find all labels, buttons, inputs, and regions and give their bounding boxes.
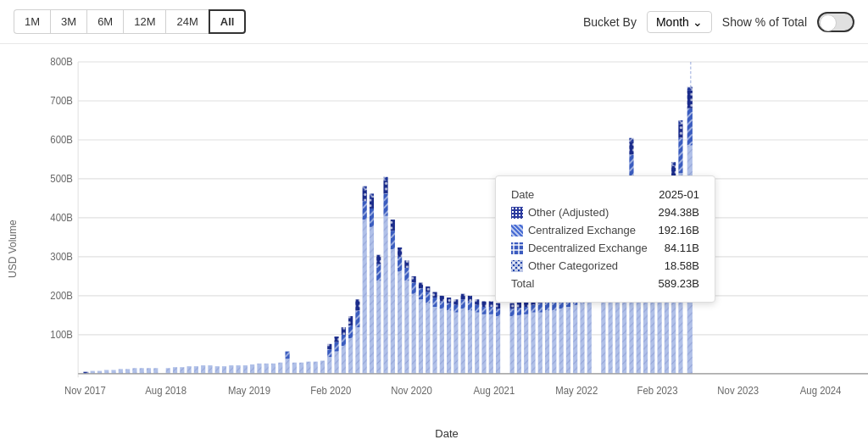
tooltip-cex-value: 192.16B	[659, 224, 699, 236]
svg-rect-134	[453, 299, 458, 305]
svg-rect-60	[229, 365, 233, 374]
svg-rect-147	[489, 314, 493, 374]
svg-rect-103	[383, 181, 387, 193]
other-adj-legend-dot	[511, 207, 523, 219]
svg-rect-100	[376, 255, 381, 264]
svg-rect-47	[132, 368, 136, 374]
svg-rect-114	[412, 294, 416, 374]
svg-rect-54	[187, 366, 192, 374]
svg-rect-112	[404, 268, 409, 281]
other-cat-legend-dot	[511, 260, 523, 272]
svg-rect-73	[314, 362, 318, 374]
svg-rect-86	[348, 316, 353, 325]
svg-rect-62	[243, 365, 248, 374]
svg-rect-90	[363, 220, 367, 374]
svg-rect-144	[481, 314, 486, 374]
svg-rect-84	[348, 338, 353, 374]
svg-rect-49	[147, 368, 151, 374]
svg-rect-55	[194, 366, 198, 374]
svg-text:200B: 200B	[50, 290, 73, 301]
filter-all[interactable]: All	[209, 9, 247, 34]
svg-rect-183	[580, 303, 584, 374]
svg-rect-85	[348, 325, 353, 338]
svg-rect-142	[475, 305, 479, 313]
show-pct-label: Show % of Total	[722, 15, 807, 29]
svg-rect-151	[496, 309, 500, 316]
svg-rect-155	[510, 303, 515, 309]
svg-rect-204	[629, 138, 633, 142]
filter-1m[interactable]: 1M	[14, 9, 50, 34]
svg-rect-126	[440, 309, 444, 374]
svg-rect-157	[517, 308, 521, 315]
svg-text:600B: 600B	[50, 134, 73, 145]
svg-rect-63	[250, 364, 254, 374]
svg-text:Aug 2024: Aug 2024	[800, 385, 842, 396]
svg-text:Aug 2018: Aug 2018	[145, 385, 186, 396]
tooltip-date-label: Date	[511, 188, 534, 201]
toolbar: 1M 3M 6M 12M 24M All Bucket By Month ⌄ S…	[0, 0, 868, 44]
svg-rect-203	[629, 142, 633, 154]
tooltip-date-value: 2025-01	[659, 188, 699, 201]
svg-rect-132	[453, 313, 458, 374]
svg-rect-111	[404, 281, 409, 374]
svg-rect-104	[383, 177, 387, 181]
svg-rect-136	[461, 299, 465, 309]
svg-text:500B: 500B	[50, 173, 73, 184]
svg-rect-177	[566, 307, 570, 374]
svg-rect-94	[370, 227, 374, 374]
chart-inner: 800B 700B 600B 500B 400B 300B 200B 100B …	[25, 53, 868, 445]
svg-rect-46	[125, 369, 130, 373]
svg-rect-43	[104, 370, 108, 373]
chart-container: 1M 3M 6M 12M 24M All Bucket By Month ⌄ S…	[0, 0, 868, 445]
svg-text:100B: 100B	[50, 329, 73, 340]
svg-text:300B: 300B	[50, 251, 73, 262]
svg-rect-195	[615, 292, 620, 374]
data-tooltip: Date 2025-01 Other (Adjusted) 294.38B	[495, 175, 715, 303]
svg-rect-118	[419, 288, 423, 299]
svg-rect-68	[285, 359, 289, 374]
svg-rect-113	[404, 260, 409, 268]
dex-legend-dot	[511, 242, 523, 254]
month-selector[interactable]: Month ⌄	[647, 11, 712, 33]
svg-rect-115	[412, 283, 416, 294]
svg-rect-159	[524, 314, 528, 374]
svg-rect-96	[370, 197, 374, 209]
cex-legend-dot	[511, 225, 523, 236]
svg-rect-65	[264, 364, 269, 374]
svg-rect-51	[166, 368, 170, 374]
svg-rect-102	[383, 193, 387, 215]
svg-rect-56	[201, 365, 205, 374]
svg-rect-66	[271, 364, 275, 374]
toolbar-right: Bucket By Month ⌄ Show % of Total	[583, 11, 854, 33]
filter-24m[interactable]: 24M	[165, 9, 208, 34]
tooltip-total-value: 589.23B	[659, 277, 699, 290]
svg-rect-152	[496, 303, 500, 309]
svg-rect-223	[671, 162, 676, 165]
tooltip-other-adj-label: Other (Adjusted)	[511, 206, 609, 219]
svg-text:May 2022: May 2022	[555, 385, 598, 396]
svg-rect-116	[412, 276, 416, 283]
svg-rect-143	[475, 299, 479, 305]
bucket-by-label: Bucket By	[583, 15, 637, 29]
svg-rect-83	[342, 327, 346, 335]
filter-6m[interactable]: 6M	[86, 9, 123, 34]
svg-rect-231	[687, 91, 693, 108]
svg-text:700B: 700B	[50, 95, 73, 106]
svg-rect-153	[510, 316, 515, 374]
svg-rect-57	[208, 365, 212, 374]
svg-rect-150	[496, 316, 500, 374]
svg-rect-186	[587, 301, 592, 373]
svg-rect-122	[426, 286, 430, 292]
svg-text:Feb 2020: Feb 2020	[310, 385, 352, 396]
y-axis-label: USD Volume	[0, 53, 25, 445]
tooltip-dex-label: Decentralized Exchange	[511, 242, 648, 254]
svg-rect-105	[391, 249, 395, 374]
svg-rect-77	[327, 344, 331, 350]
pct-toggle[interactable]	[817, 12, 854, 32]
filter-3m[interactable]: 3M	[50, 9, 86, 34]
svg-rect-78	[334, 352, 338, 374]
svg-rect-93	[363, 186, 367, 190]
svg-rect-92	[363, 190, 367, 201]
filter-12m[interactable]: 12M	[123, 9, 165, 34]
svg-rect-163	[531, 305, 535, 313]
